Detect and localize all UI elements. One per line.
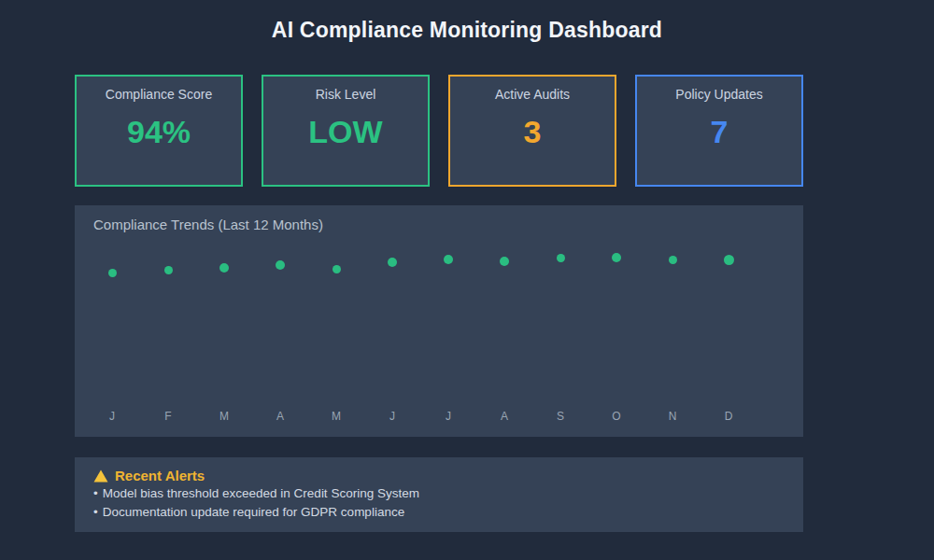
- alert-item: •Documentation update required for GDPR …: [93, 503, 785, 522]
- x-axis-tick-label: S: [549, 410, 572, 423]
- x-axis-tick-label: M: [325, 410, 347, 423]
- data-point-dot: [333, 265, 341, 273]
- stat-cards-row: Compliance Score 94% Risk Level LOW Acti…: [75, 75, 803, 187]
- stat-card-active-audits: Active Audits 3: [448, 75, 616, 187]
- alert-item: •Model bias threshold exceeded in Credit…: [93, 484, 785, 503]
- x-axis-tick-label: N: [661, 410, 684, 423]
- x-axis-tick-label: J: [381, 410, 403, 423]
- stat-card-policy-updates: Policy Updates 7: [635, 75, 803, 187]
- compliance-trends-panel: Compliance Trends (Last 12 Months) JFMAM…: [75, 205, 803, 437]
- stat-card-label: Policy Updates: [675, 87, 762, 103]
- page-title: AI Compliance Monitoring Dashboard: [0, 18, 934, 43]
- alerts-heading-label: Recent Alerts: [115, 468, 205, 484]
- stat-card-label: Active Audits: [495, 87, 570, 103]
- data-point-dot: [444, 255, 453, 264]
- x-axis-tick-label: J: [437, 410, 460, 423]
- bullet-glyph: •: [93, 486, 98, 500]
- stat-card-risk-level: Risk Level LOW: [262, 75, 430, 187]
- data-point-dot: [557, 254, 565, 262]
- alerts-heading: Recent Alerts: [93, 468, 785, 484]
- data-point-dot: [612, 253, 621, 262]
- x-axis-tick-label: O: [605, 410, 628, 423]
- x-axis-tick-label: F: [157, 410, 179, 423]
- data-point-dot: [500, 257, 509, 266]
- data-point-dot: [388, 258, 397, 267]
- x-axis-tick-label: A: [269, 410, 291, 423]
- stat-card-value: 94%: [127, 115, 191, 148]
- alert-item-text: Documentation update required for GDPR c…: [103, 505, 404, 519]
- x-axis-tick-label: A: [493, 410, 516, 423]
- x-axis-tick-label: D: [717, 410, 740, 423]
- stat-card-label: Risk Level: [316, 87, 376, 103]
- x-axis-tick-label: M: [213, 410, 235, 423]
- alert-item-text: Model bias threshold exceeded in Credit …: [103, 486, 419, 500]
- bullet-glyph: •: [93, 505, 98, 519]
- recent-alerts-panel: Recent Alerts •Model bias threshold exce…: [75, 457, 803, 532]
- data-point-dot: [108, 269, 117, 277]
- x-axis-tick-label: J: [101, 410, 123, 423]
- data-point-dot: [724, 255, 734, 265]
- stat-card-value: LOW: [308, 115, 382, 148]
- stat-card-label: Compliance Score: [106, 87, 212, 103]
- stat-card-value: 3: [524, 115, 542, 148]
- data-point-dot: [219, 263, 229, 273]
- data-point-dot: [669, 256, 677, 264]
- warning-icon: [93, 469, 108, 483]
- stat-card-compliance-score: Compliance Score 94%: [75, 75, 243, 187]
- trend-chart: JFMAMJJASOND: [75, 205, 803, 437]
- stat-card-value: 7: [711, 115, 729, 148]
- data-point-dot: [276, 260, 285, 270]
- data-point-dot: [164, 266, 173, 274]
